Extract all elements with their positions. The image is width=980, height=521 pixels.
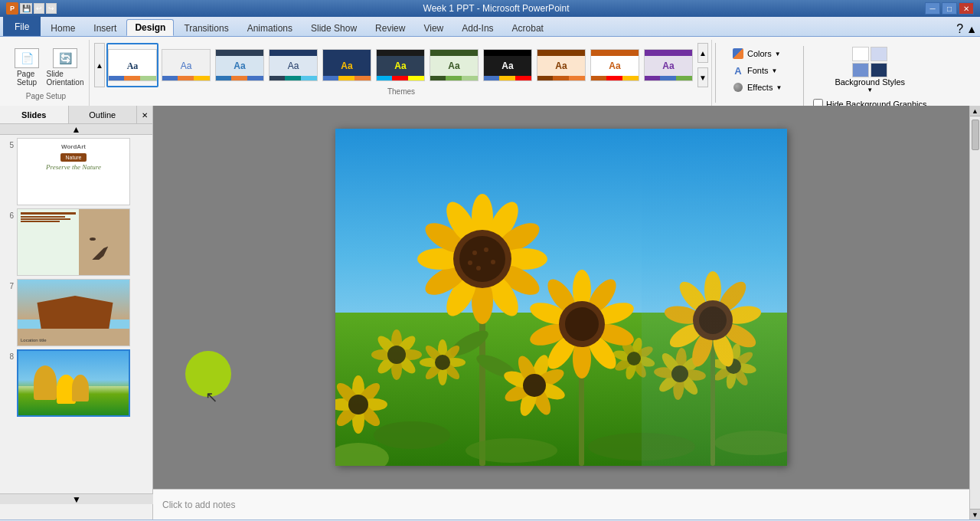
slide-thumb-5[interactable]: WordArt Nature Preserve the Nature: [17, 138, 130, 205]
outline-tab[interactable]: Outline: [69, 106, 138, 123]
effects-icon: [732, 81, 744, 93]
bg-styles-label: Background Styles: [835, 77, 905, 87]
slide-thumb-8[interactable]: [17, 349, 130, 417]
page-setup-button[interactable]: 📄 PageSetup: [9, 44, 44, 90]
quick-redo-icon[interactable]: ↪: [46, 3, 57, 14]
slide-number-8: 8: [3, 352, 14, 361]
scroll-thumb[interactable]: [972, 120, 979, 150]
slide-panel-close[interactable]: ✕: [137, 106, 152, 124]
theme-5[interactable]: Aa: [321, 43, 373, 87]
theme-11[interactable]: Aa: [642, 43, 694, 87]
themes-container: ▲ Aa Aa: [94, 43, 708, 87]
slides-list: 5 WordArt Nature Preserve the Nature 6: [0, 135, 152, 519]
slide-item-5[interactable]: 5 WordArt Nature Preserve the Nature: [3, 138, 149, 205]
svg-point-24: [468, 260, 472, 265]
ribbon-divider-2: [803, 46, 804, 107]
svg-point-85: [627, 352, 641, 365]
slides-scroll-up[interactable]: ▲: [0, 124, 152, 135]
page-setup-group: 📄 PageSetup 🔄 SlideOrientation Page Setu…: [3, 40, 90, 106]
slide-thumb-7[interactable]: Location title: [17, 279, 130, 346]
ribbon-divider-1: [715, 43, 716, 103]
fonts-icon: A: [732, 64, 744, 77]
theme-7[interactable]: Aa: [428, 43, 480, 87]
theme-8[interactable]: Aa: [482, 43, 534, 87]
themes-scroll-up[interactable]: ▲: [94, 43, 105, 87]
slide-item-7[interactable]: 7 Location title: [3, 279, 149, 346]
tab-file[interactable]: File: [3, 16, 41, 36]
fonts-button[interactable]: A Fonts ▼: [728, 63, 792, 78]
svg-point-76: [523, 374, 546, 397]
tab-design[interactable]: Design: [126, 19, 174, 36]
slide-orientation-button[interactable]: 🔄 SlideOrientation: [47, 44, 83, 90]
effects-label: Effects: [747, 83, 773, 92]
slide-item-8[interactable]: 8: [3, 349, 149, 417]
quick-undo-icon[interactable]: ↩: [34, 3, 44, 14]
page-setup-group-label: Page Setup: [26, 92, 66, 102]
slides-tab[interactable]: Slides: [0, 106, 69, 123]
scroll-track: [970, 116, 980, 509]
tab-addins[interactable]: Add-Ins: [453, 19, 501, 36]
slide-thumb-6[interactable]: [17, 208, 130, 276]
themes-scroll-prev[interactable]: ▲: [697, 43, 708, 63]
themes-scroll-next[interactable]: ▼: [697, 67, 708, 87]
colors-button[interactable]: Colors ▼: [728, 46, 792, 61]
slide-number-5: 5: [3, 141, 14, 149]
slide-canvas[interactable]: [335, 129, 787, 466]
svg-point-22: [491, 260, 495, 264]
svg-point-23: [476, 266, 481, 270]
svg-point-49: [387, 346, 406, 364]
slide-number-6: 6: [3, 211, 14, 220]
tab-review[interactable]: Review: [367, 19, 413, 36]
svg-point-105: [466, 438, 557, 463]
background-styles-button[interactable]: Background Styles ▼: [813, 44, 926, 96]
background-subgroup: Background Styles ▼ Hide Background Grap…: [808, 43, 931, 110]
slide-canvas-wrapper[interactable]: ↖: [153, 106, 969, 489]
maximize-button[interactable]: □: [942, 2, 957, 15]
svg-point-39: [565, 307, 599, 341]
fonts-label: Fonts: [747, 66, 769, 75]
tab-insert[interactable]: Insert: [85, 19, 125, 36]
sunflower-image: [335, 129, 787, 466]
tab-animations[interactable]: Animations: [239, 19, 301, 36]
slides-scroll-down[interactable]: ▼: [0, 493, 153, 504]
theme-4[interactable]: Aa: [267, 43, 319, 87]
theme-2[interactable]: Aa: [160, 43, 212, 87]
themes-group: ▲ Aa Aa: [91, 40, 712, 106]
help-icon[interactable]: ?: [956, 22, 963, 36]
notes-area[interactable]: Click to add notes: [153, 489, 969, 519]
colors-dropdown-arrow: ▼: [775, 51, 781, 57]
svg-rect-121: [642, 129, 787, 466]
notes-placeholder: Click to add notes: [162, 500, 235, 510]
window-controls: ─ □ ✕: [925, 2, 974, 15]
page-setup-icon: 📄: [15, 48, 39, 68]
svg-point-20: [472, 251, 477, 255]
minimize-ribbon-icon[interactable]: ▲: [966, 23, 977, 35]
slide-item-6[interactable]: 6: [3, 208, 149, 276]
effects-dropdown-arrow: ▼: [776, 84, 782, 91]
svg-point-104: [374, 421, 450, 449]
quick-save-icon[interactable]: 💾: [20, 3, 32, 14]
svg-point-58: [435, 355, 450, 370]
effects-button[interactable]: Effects ▼: [728, 80, 792, 95]
minimize-button[interactable]: ─: [925, 2, 940, 15]
theme-9[interactable]: Aa: [535, 43, 587, 87]
theme-3[interactable]: Aa: [214, 43, 266, 87]
scroll-up-btn[interactable]: ▲: [970, 106, 980, 116]
tab-acrobat[interactable]: Acrobat: [504, 19, 552, 36]
tab-home[interactable]: Home: [42, 19, 83, 36]
window-title: Week 1 PPT - Microsoft PowerPoint: [67, 3, 925, 14]
close-button[interactable]: ✕: [959, 2, 974, 15]
scroll-down-btn[interactable]: ▼: [970, 509, 980, 519]
theme-6[interactable]: Aa: [374, 43, 426, 87]
ribbon-tab-row: File Home Insert Design Transitions Anim…: [0, 17, 980, 37]
slide-panel: Slides Outline ✕ ▲ 5 WordArt Nature Pres…: [0, 106, 153, 519]
tab-slideshow[interactable]: Slide Show: [302, 19, 365, 36]
theme-office[interactable]: Aa: [106, 43, 158, 87]
svg-point-19: [459, 236, 505, 282]
slide-panel-tabs: Slides Outline ✕: [0, 106, 152, 124]
orientation-icon: 🔄: [53, 48, 77, 68]
colors-icon: [732, 48, 744, 60]
theme-10[interactable]: Aa: [589, 43, 641, 87]
tab-transitions[interactable]: Transitions: [175, 19, 237, 36]
tab-view[interactable]: View: [415, 19, 452, 36]
